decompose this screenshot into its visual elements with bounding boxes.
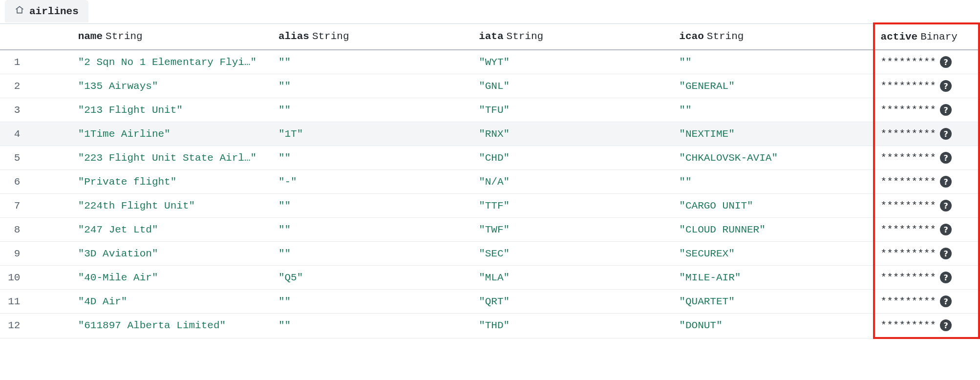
cell-active[interactable]: *********? xyxy=(874,146,979,170)
cell-alias[interactable]: "" xyxy=(273,242,473,266)
cell-iata[interactable]: "TFU" xyxy=(473,98,673,122)
cell-alias[interactable]: "" xyxy=(273,194,473,218)
cell-name[interactable]: "2 Sqn No 1 Elementary Flyi…" xyxy=(72,50,273,74)
table-row[interactable]: 9"3D Aviation""""SEC""SECUREX"*********? xyxy=(0,242,979,266)
cell-value: "40-Mile Air" xyxy=(78,272,267,283)
help-icon[interactable]: ? xyxy=(940,56,952,68)
cell-name[interactable]: "213 Flight Unit" xyxy=(72,98,273,122)
cell-name[interactable]: "223 Flight Unit State Airl…" xyxy=(72,146,273,170)
cell-iata[interactable]: "SEC" xyxy=(473,242,673,266)
help-icon[interactable]: ? xyxy=(940,248,952,259)
cell-name[interactable]: "247 Jet Ltd" xyxy=(72,218,273,242)
cell-iata[interactable]: "QRT" xyxy=(473,290,673,314)
cell-alias[interactable]: "" xyxy=(273,74,473,98)
cell-active[interactable]: *********? xyxy=(874,50,979,74)
cell-iata[interactable]: "RNX" xyxy=(473,122,673,146)
col-header-active[interactable]: activeBinary xyxy=(874,23,979,50)
cell-icao[interactable]: "QUARTET" xyxy=(673,290,873,314)
help-icon[interactable]: ? xyxy=(940,296,952,307)
cell-name[interactable]: "3D Aviation" xyxy=(72,242,273,266)
table-row[interactable]: 4"1Time Airline""1T""RNX""NEXTIME"******… xyxy=(0,122,979,146)
row-gutter xyxy=(29,194,72,218)
cell-name[interactable]: "Private flight" xyxy=(72,170,273,194)
help-icon[interactable]: ? xyxy=(940,224,952,235)
table-row[interactable]: 5"223 Flight Unit State Airl…""""CHD""CH… xyxy=(0,146,979,170)
help-icon[interactable]: ? xyxy=(940,272,952,283)
cell-icao[interactable]: "MILE-AIR" xyxy=(673,266,873,290)
col-rownum xyxy=(0,23,29,50)
cell-value: "" xyxy=(278,57,467,68)
cell-iata[interactable]: "WYT" xyxy=(473,50,673,74)
row-number: 7 xyxy=(0,194,29,218)
table-row[interactable]: 6"Private flight""-""N/A"""*********? xyxy=(0,170,979,194)
col-header-iata[interactable]: iataString xyxy=(473,23,673,50)
cell-active[interactable]: *********? xyxy=(874,194,979,218)
table-row[interactable]: 8"247 Jet Ltd""""TWF""CLOUD RUNNER"*****… xyxy=(0,218,979,242)
cell-alias[interactable]: "Q5" xyxy=(273,266,473,290)
cell-icao[interactable]: "" xyxy=(673,170,873,194)
table-row[interactable]: 7"224th Flight Unit""""TTF""CARGO UNIT"*… xyxy=(0,194,979,218)
cell-value: "QUARTET" xyxy=(679,296,867,307)
row-gutter xyxy=(29,146,72,170)
cell-icao[interactable]: "CARGO UNIT" xyxy=(673,194,873,218)
cell-icao[interactable]: "DONUT" xyxy=(673,314,873,338)
cell-active[interactable]: *********? xyxy=(874,74,979,98)
help-icon[interactable]: ? xyxy=(940,80,952,92)
cell-alias[interactable]: "" xyxy=(273,290,473,314)
cell-name[interactable]: "135 Airways" xyxy=(72,74,273,98)
cell-active[interactable]: *********? xyxy=(874,314,979,338)
cell-iata[interactable]: "TTF" xyxy=(473,194,673,218)
cell-icao[interactable]: "" xyxy=(673,98,873,122)
col-header-icao[interactable]: icaoString xyxy=(673,23,873,50)
cell-name[interactable]: "611897 Alberta Limited" xyxy=(72,314,273,338)
cell-alias[interactable]: "" xyxy=(273,146,473,170)
table-row[interactable]: 3"213 Flight Unit""""TFU"""*********? xyxy=(0,98,979,122)
cell-alias[interactable]: "-" xyxy=(273,170,473,194)
cell-icao[interactable]: "NEXTIME" xyxy=(673,122,873,146)
cell-alias[interactable]: "" xyxy=(273,314,473,338)
table-row[interactable]: 10"40-Mile Air""Q5""MLA""MILE-AIR"******… xyxy=(0,266,979,290)
cell-name[interactable]: "4D Air" xyxy=(72,290,273,314)
cell-name[interactable]: "40-Mile Air" xyxy=(72,266,273,290)
table-name: airlines xyxy=(29,6,79,17)
table-row[interactable]: 1"2 Sqn No 1 Elementary Flyi…""""WYT"""*… xyxy=(0,50,979,74)
cell-active[interactable]: *********? xyxy=(874,242,979,266)
cell-icao[interactable]: "CLOUD RUNNER" xyxy=(673,218,873,242)
cell-active[interactable]: *********? xyxy=(874,218,979,242)
help-icon[interactable]: ? xyxy=(940,200,952,211)
cell-icao[interactable]: "SECUREX" xyxy=(673,242,873,266)
cell-icao[interactable]: "GENERAL" xyxy=(673,74,873,98)
cell-alias[interactable]: "1T" xyxy=(273,122,473,146)
help-icon[interactable]: ? xyxy=(940,152,952,164)
cell-name[interactable]: "1Time Airline" xyxy=(72,122,273,146)
row-number: 1 xyxy=(0,50,29,74)
help-icon[interactable]: ? xyxy=(940,128,952,140)
cell-alias[interactable]: "" xyxy=(273,50,473,74)
help-icon[interactable]: ? xyxy=(940,104,952,116)
table-row[interactable]: 12"611897 Alberta Limited""""THD""DONUT"… xyxy=(0,314,979,338)
cell-icao[interactable]: "" xyxy=(673,50,873,74)
help-icon[interactable]: ? xyxy=(940,319,952,331)
cell-alias[interactable]: "" xyxy=(273,218,473,242)
cell-iata[interactable]: "TWF" xyxy=(473,218,673,242)
cell-active[interactable]: *********? xyxy=(874,122,979,146)
cell-iata[interactable]: "GNL" xyxy=(473,74,673,98)
cell-iata[interactable]: "THD" xyxy=(473,314,673,338)
col-header-name[interactable]: nameString xyxy=(72,23,273,50)
cell-iata[interactable]: "N/A" xyxy=(473,170,673,194)
cell-name[interactable]: "224th Flight Unit" xyxy=(72,194,273,218)
cell-active[interactable]: *********? xyxy=(874,290,979,314)
cell-active[interactable]: *********? xyxy=(874,266,979,290)
col-header-alias[interactable]: aliasString xyxy=(273,23,473,50)
cell-icao[interactable]: "CHKALOVSK-AVIA" xyxy=(673,146,873,170)
cell-value: "TTF" xyxy=(479,200,667,211)
table-row[interactable]: 11"4D Air""""QRT""QUARTET"*********? xyxy=(0,290,979,314)
table-tab[interactable]: airlines xyxy=(5,0,88,22)
table-row[interactable]: 2"135 Airways""""GNL""GENERAL"*********? xyxy=(0,74,979,98)
help-icon[interactable]: ? xyxy=(940,176,952,188)
cell-active[interactable]: *********? xyxy=(874,170,979,194)
cell-active[interactable]: *********? xyxy=(874,98,979,122)
cell-alias[interactable]: "" xyxy=(273,98,473,122)
cell-iata[interactable]: "MLA" xyxy=(473,266,673,290)
cell-iata[interactable]: "CHD" xyxy=(473,146,673,170)
